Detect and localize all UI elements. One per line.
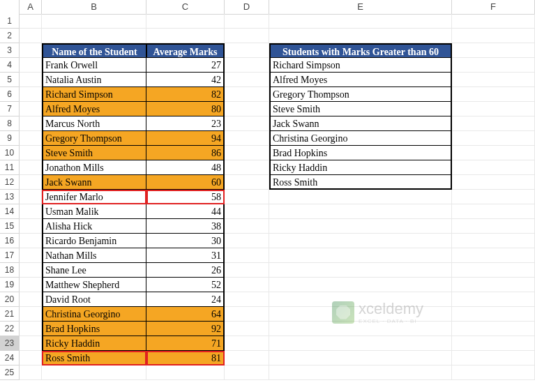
table1-name-3[interactable]: Alfred Moyes — [42, 102, 146, 116]
cell-B1[interactable] — [42, 14, 146, 29]
table2-row-3[interactable]: Steve Smith — [269, 102, 452, 116]
row-header-10[interactable]: 10 — [0, 146, 20, 160]
table1-marks-10[interactable]: 44 — [146, 204, 225, 219]
table2-row-8[interactable]: Ross Smith — [269, 175, 452, 190]
cell-E18[interactable] — [269, 263, 452, 278]
cell-E14[interactable] — [269, 204, 452, 219]
table1-marks-4[interactable]: 23 — [146, 116, 225, 131]
row-header-16[interactable]: 16 — [0, 234, 20, 248]
cell-F16[interactable] — [452, 234, 535, 248]
table1-marks-14[interactable]: 26 — [146, 263, 225, 278]
table1-name-8[interactable]: Jack Swann — [42, 175, 146, 190]
cell-F9[interactable] — [452, 131, 535, 146]
cell-D4[interactable] — [225, 58, 269, 73]
table1-name-17[interactable]: Christina Georgino — [42, 307, 146, 322]
table1-name-15[interactable]: Matthew Shepherd — [42, 278, 146, 292]
row-header-4[interactable]: 4 — [0, 58, 20, 73]
cell-E19[interactable] — [269, 278, 452, 292]
cell-C2[interactable] — [146, 29, 225, 43]
row-header-14[interactable]: 14 — [0, 204, 20, 219]
cell-A6[interactable] — [20, 87, 42, 102]
cell-A2[interactable] — [20, 29, 42, 43]
cell-F5[interactable] — [452, 73, 535, 87]
row-header-9[interactable]: 9 — [0, 131, 20, 146]
cell-A10[interactable] — [20, 146, 42, 160]
cell-A15[interactable] — [20, 219, 42, 234]
row-header-23[interactable]: 23 — [0, 336, 20, 351]
cell-A7[interactable] — [20, 102, 42, 116]
row-header-19[interactable]: 19 — [0, 278, 20, 292]
row-header-20[interactable]: 20 — [0, 292, 20, 307]
cell-D17[interactable] — [225, 248, 269, 263]
row-header-21[interactable]: 21 — [0, 307, 20, 322]
table1-marks-20[interactable]: 81 — [146, 351, 225, 365]
table1-marks-6[interactable]: 86 — [146, 146, 225, 160]
cell-D19[interactable] — [225, 278, 269, 292]
cell-A14[interactable] — [20, 204, 42, 219]
table1-name-12[interactable]: Ricardo Benjamin — [42, 234, 146, 248]
cell-D14[interactable] — [225, 204, 269, 219]
table1-name-6[interactable]: Steve Smith — [42, 146, 146, 160]
table1-marks-19[interactable]: 71 — [146, 336, 225, 351]
cell-E16[interactable] — [269, 234, 452, 248]
cell-E15[interactable] — [269, 219, 452, 234]
cell-D8[interactable] — [225, 116, 269, 131]
table1-marks-2[interactable]: 82 — [146, 87, 225, 102]
table1-marks-8[interactable]: 60 — [146, 175, 225, 190]
table1-marks-13[interactable]: 31 — [146, 248, 225, 263]
cell-A9[interactable] — [20, 131, 42, 146]
cell-F20[interactable] — [452, 292, 535, 307]
table2-row-0[interactable]: Richard Simpson — [269, 58, 452, 73]
cell-F13[interactable] — [452, 190, 535, 204]
table1-name-20[interactable]: Ross Smith — [42, 351, 146, 365]
cell-D18[interactable] — [225, 263, 269, 278]
col-header-A[interactable]: A — [20, 0, 42, 15]
cell-F15[interactable] — [452, 219, 535, 234]
cell-C1[interactable] — [146, 14, 225, 29]
cell-A16[interactable] — [20, 234, 42, 248]
cell-D10[interactable] — [225, 146, 269, 160]
table1-marks-16[interactable]: 24 — [146, 292, 225, 307]
cell-D3[interactable] — [225, 43, 269, 58]
table1-marks-0[interactable]: 27 — [146, 58, 225, 73]
spreadsheet-grid[interactable]: 123Name of the StudentAverage MarksStude… — [0, 14, 535, 380]
row-header-12[interactable]: 12 — [0, 175, 20, 190]
cell-D20[interactable] — [225, 292, 269, 307]
cell-A21[interactable] — [20, 307, 42, 322]
cell-F22[interactable] — [452, 322, 535, 336]
cell-D7[interactable] — [225, 102, 269, 116]
row-header-25[interactable]: 25 — [0, 365, 20, 380]
cell-F14[interactable] — [452, 204, 535, 219]
table1-name-9[interactable]: Jennifer Marlo — [42, 190, 146, 204]
col-header-E[interactable]: E — [269, 0, 452, 15]
cell-E1[interactable] — [269, 14, 452, 29]
row-header-15[interactable]: 15 — [0, 219, 20, 234]
cell-D9[interactable] — [225, 131, 269, 146]
table1-marks-7[interactable]: 48 — [146, 160, 225, 175]
row-header-24[interactable]: 24 — [0, 351, 20, 365]
col-header-F[interactable]: F — [452, 0, 535, 15]
table1-name-16[interactable]: David Root — [42, 292, 146, 307]
cell-A4[interactable] — [20, 58, 42, 73]
cell-D6[interactable] — [225, 87, 269, 102]
cell-A8[interactable] — [20, 116, 42, 131]
cell-A1[interactable] — [20, 14, 42, 29]
cell-D24[interactable] — [225, 351, 269, 365]
cell-F3[interactable] — [452, 43, 535, 58]
cell-D13[interactable] — [225, 190, 269, 204]
cell-D25[interactable] — [225, 365, 269, 380]
cell-E13[interactable] — [269, 190, 452, 204]
table1-marks-17[interactable]: 64 — [146, 307, 225, 322]
table1-name-14[interactable]: Shane Lee — [42, 263, 146, 278]
cell-D5[interactable] — [225, 73, 269, 87]
table1-name-19[interactable]: Ricky Haddin — [42, 336, 146, 351]
table1-marks-18[interactable]: 92 — [146, 322, 225, 336]
table1-marks-3[interactable]: 80 — [146, 102, 225, 116]
table2-row-4[interactable]: Jack Swann — [269, 116, 452, 131]
cell-D16[interactable] — [225, 234, 269, 248]
table2-row-6[interactable]: Brad Hopkins — [269, 146, 452, 160]
cell-F24[interactable] — [452, 351, 535, 365]
cell-F7[interactable] — [452, 102, 535, 116]
cell-C25[interactable] — [146, 365, 225, 380]
row-header-13[interactable]: 13 — [0, 190, 20, 204]
